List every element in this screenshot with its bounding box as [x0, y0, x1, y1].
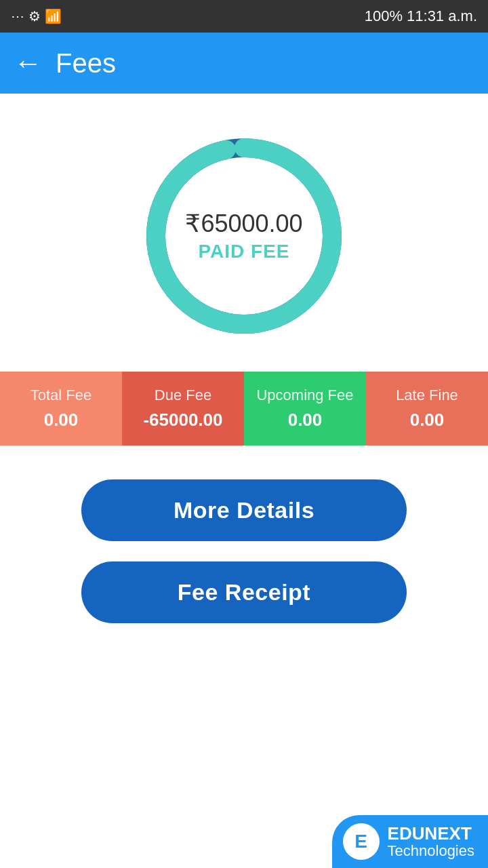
usb-icon: ⚙: [28, 8, 41, 24]
status-icons: ⋯ ⚙ 📶: [11, 8, 62, 24]
signal-icons: 📶: [45, 8, 62, 24]
action-buttons: More Details Fee Receipt: [0, 479, 488, 623]
upcoming-fee-label: Upcoming Fee: [256, 387, 353, 404]
late-fine-value: 0.00: [410, 410, 445, 431]
brand-sub: Technologies: [388, 843, 474, 859]
upcoming-fee-value: 0.00: [288, 410, 323, 431]
app-header: ← Fees: [0, 33, 488, 94]
fee-receipt-button[interactable]: Fee Receipt: [81, 561, 407, 623]
late-fine-label: Late Fine: [396, 387, 458, 404]
more-details-button[interactable]: More Details: [81, 479, 407, 541]
fee-cell-total: Total Fee 0.00: [0, 372, 122, 446]
status-bar: ⋯ ⚙ 📶 100% 11:31 a.m.: [0, 0, 488, 33]
status-right: 100% 11:31 a.m.: [365, 7, 477, 25]
donut-amount: ₹65000.00: [185, 210, 302, 238]
fee-cell-upcoming: Upcoming Fee 0.00: [244, 372, 366, 446]
battery-text: 100%: [365, 7, 403, 25]
donut-chart: ₹65000.00 PAID FEE: [136, 127, 352, 344]
total-fee-label: Total Fee: [30, 387, 92, 404]
brand-name: EDUNEXT: [388, 824, 474, 844]
brand-icon: E: [343, 823, 380, 860]
due-fee-label: Due Fee: [155, 387, 211, 404]
back-button[interactable]: ←: [14, 49, 42, 77]
donut-center-info: ₹65000.00 PAID FEE: [185, 210, 302, 262]
time-text: 11:31 a.m.: [407, 7, 477, 25]
footer-brand: E EDUNEXT Technologies: [332, 815, 488, 868]
donut-label: PAID FEE: [185, 241, 302, 262]
notification-icon: ⋯: [11, 8, 24, 24]
total-fee-value: 0.00: [44, 410, 79, 431]
fee-cell-fine: Late Fine 0.00: [366, 372, 488, 446]
page-title: Fees: [56, 48, 116, 79]
brand-text: EDUNEXT Technologies: [388, 824, 474, 860]
fee-cell-due: Due Fee -65000.00: [122, 372, 244, 446]
main-content: ₹65000.00 PAID FEE Total Fee 0.00 Due Fe…: [0, 94, 488, 868]
due-fee-value: -65000.00: [143, 410, 222, 431]
chart-container: ₹65000.00 PAID FEE: [136, 94, 352, 372]
fee-summary-row: Total Fee 0.00 Due Fee -65000.00 Upcomin…: [0, 372, 488, 446]
